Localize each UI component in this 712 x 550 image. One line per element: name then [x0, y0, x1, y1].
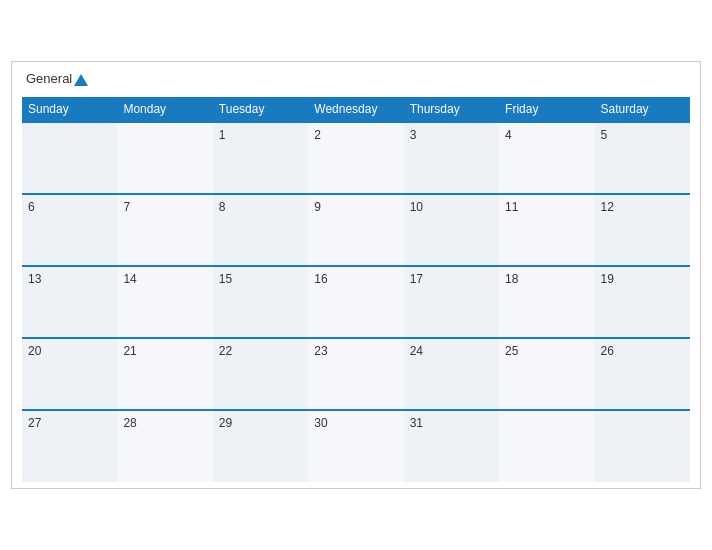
- week-row-4: 2728293031: [22, 410, 690, 482]
- week-row-3: 20212223242526: [22, 338, 690, 410]
- day-cell: 4: [499, 122, 594, 194]
- calendar-thead: SundayMondayTuesdayWednesdayThursdayFrid…: [22, 97, 690, 122]
- day-cell: 19: [595, 266, 690, 338]
- day-cell: 12: [595, 194, 690, 266]
- day-number: 3: [410, 128, 417, 142]
- day-number: 19: [601, 272, 614, 286]
- day-number: 27: [28, 416, 41, 430]
- day-number: 23: [314, 344, 327, 358]
- day-cell: 3: [404, 122, 499, 194]
- day-cell: 20: [22, 338, 117, 410]
- weekday-header-tuesday: Tuesday: [213, 97, 308, 122]
- day-cell: 16: [308, 266, 403, 338]
- day-cell: 5: [595, 122, 690, 194]
- week-row-0: 12345: [22, 122, 690, 194]
- day-cell: 29: [213, 410, 308, 482]
- day-number: 21: [123, 344, 136, 358]
- weekday-header-monday: Monday: [117, 97, 212, 122]
- day-cell: 7: [117, 194, 212, 266]
- calendar-wrapper: General SundayMondayTuesdayWednesdayThur…: [11, 61, 701, 488]
- day-number: 10: [410, 200, 423, 214]
- day-number: 11: [505, 200, 518, 214]
- day-cell: 15: [213, 266, 308, 338]
- day-cell: 1: [213, 122, 308, 194]
- day-number: 16: [314, 272, 327, 286]
- day-cell: 17: [404, 266, 499, 338]
- day-cell: 10: [404, 194, 499, 266]
- day-cell: [22, 122, 117, 194]
- day-cell: 27: [22, 410, 117, 482]
- day-number: 22: [219, 344, 232, 358]
- weekday-header-friday: Friday: [499, 97, 594, 122]
- day-cell: [595, 410, 690, 482]
- day-number: 7: [123, 200, 130, 214]
- day-cell: 2: [308, 122, 403, 194]
- calendar-tbody: 1234567891011121314151617181920212223242…: [22, 122, 690, 482]
- day-cell: 11: [499, 194, 594, 266]
- day-cell: [499, 410, 594, 482]
- day-number: 26: [601, 344, 614, 358]
- day-number: 9: [314, 200, 321, 214]
- day-cell: 25: [499, 338, 594, 410]
- week-row-1: 6789101112: [22, 194, 690, 266]
- weekday-header-row: SundayMondayTuesdayWednesdayThursdayFrid…: [22, 97, 690, 122]
- day-number: 24: [410, 344, 423, 358]
- day-cell: 26: [595, 338, 690, 410]
- day-number: 15: [219, 272, 232, 286]
- day-number: 12: [601, 200, 614, 214]
- day-number: 5: [601, 128, 608, 142]
- day-number: 6: [28, 200, 35, 214]
- day-number: 17: [410, 272, 423, 286]
- weekday-header-sunday: Sunday: [22, 97, 117, 122]
- day-cell: 23: [308, 338, 403, 410]
- day-cell: 18: [499, 266, 594, 338]
- day-cell: 6: [22, 194, 117, 266]
- day-cell: 21: [117, 338, 212, 410]
- day-cell: 30: [308, 410, 403, 482]
- day-number: 14: [123, 272, 136, 286]
- day-number: 28: [123, 416, 136, 430]
- day-number: 4: [505, 128, 512, 142]
- weekday-header-wednesday: Wednesday: [308, 97, 403, 122]
- day-number: 29: [219, 416, 232, 430]
- week-row-2: 13141516171819: [22, 266, 690, 338]
- day-number: 25: [505, 344, 518, 358]
- day-number: 13: [28, 272, 41, 286]
- weekday-header-saturday: Saturday: [595, 97, 690, 122]
- day-cell: 24: [404, 338, 499, 410]
- day-number: 31: [410, 416, 423, 430]
- day-number: 20: [28, 344, 41, 358]
- day-number: 30: [314, 416, 327, 430]
- logo-triangle-icon: [74, 74, 88, 86]
- day-number: 8: [219, 200, 226, 214]
- day-number: 1: [219, 128, 226, 142]
- day-number: 2: [314, 128, 321, 142]
- day-cell: 13: [22, 266, 117, 338]
- day-number: 18: [505, 272, 518, 286]
- day-cell: 8: [213, 194, 308, 266]
- logo: General: [26, 72, 88, 86]
- day-cell: 22: [213, 338, 308, 410]
- logo-general-text: General: [26, 72, 88, 86]
- day-cell: 9: [308, 194, 403, 266]
- calendar-grid: SundayMondayTuesdayWednesdayThursdayFrid…: [22, 97, 690, 482]
- day-cell: 31: [404, 410, 499, 482]
- calendar-header: General: [22, 72, 690, 86]
- day-cell: [117, 122, 212, 194]
- weekday-header-thursday: Thursday: [404, 97, 499, 122]
- day-cell: 28: [117, 410, 212, 482]
- day-cell: 14: [117, 266, 212, 338]
